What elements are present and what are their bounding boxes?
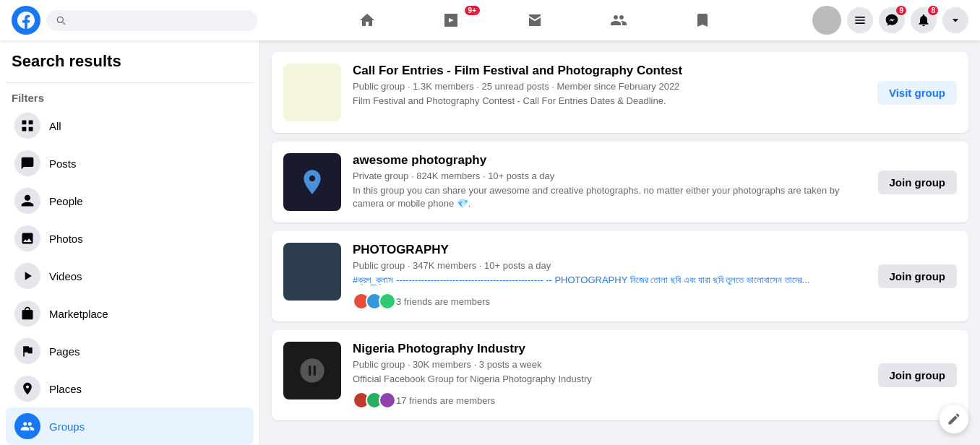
result-card-awesome: awesome photography Private group · 824K…: [272, 142, 968, 222]
dropdown-button[interactable]: [942, 7, 968, 33]
result-info-photography: PHOTOGRAPHY Public group · 347K members …: [353, 243, 867, 310]
comment-icon: [14, 150, 40, 176]
header-nav: 9+: [263, 3, 807, 38]
result-info-nigeria: Nigeria Photography Industry Public grou…: [353, 342, 867, 409]
friend-avatars: [353, 293, 392, 310]
result-meta-photography: Public group · 347K members · 10+ posts …: [353, 260, 867, 271]
messenger-button[interactable]: 9: [879, 7, 905, 33]
edit-fab-button[interactable]: [940, 405, 968, 433]
main-content: Search results Filters All Posts People: [0, 40, 980, 445]
image-icon: [14, 225, 40, 251]
sidebar-item-photos-label: Photos: [49, 233, 83, 245]
edit-icon: [947, 412, 961, 426]
result-meta-awesome: Private group · 824K members · 10+ posts…: [353, 170, 867, 181]
sidebar-item-people-label: People: [49, 195, 83, 207]
messenger-badge: 9: [896, 6, 906, 15]
result-desc-film: Film Festival and Photography Contest - …: [353, 95, 866, 108]
result-card-nigeria: Nigeria Photography Industry Public grou…: [272, 330, 968, 420]
nav-bookmark[interactable]: [662, 3, 743, 38]
result-action-photography: Join group: [878, 264, 958, 288]
sidebar-item-pages-label: Pages: [49, 345, 80, 358]
page-title: Search results: [6, 52, 254, 77]
pin-icon: [14, 376, 40, 402]
grid-menu-button[interactable]: [847, 7, 873, 33]
friend-avatar-3: [379, 293, 396, 310]
search-icon: [55, 14, 66, 26]
friends-count-nigeria: 17 friends are members: [396, 395, 495, 406]
result-friends-photography: 3 friends are members: [353, 293, 867, 310]
header-left: Photography: [12, 6, 257, 35]
result-meta-film: Public group · 1.3K members · 25 unread …: [353, 81, 866, 92]
result-desc-photography: #ক্রপ_ক্লাস ----------------------------…: [353, 274, 867, 287]
result-card-photography: PHOTOGRAPHY Public group · 347K members …: [272, 231, 968, 321]
result-thumbnail-photography: [283, 243, 341, 301]
sidebar-item-groups[interactable]: Groups: [6, 407, 254, 445]
sidebar-item-photos[interactable]: Photos: [6, 220, 254, 257]
sidebar-item-all[interactable]: All: [6, 107, 254, 144]
result-card-film-festival: Call For Entries - Film Festival and Pho…: [272, 52, 968, 133]
friend-avatars-nigeria: [353, 392, 392, 409]
sidebar-item-pages[interactable]: Pages: [6, 332, 254, 370]
sidebar-item-groups-label: Groups: [49, 420, 85, 433]
result-name-film: Call For Entries - Film Festival and Pho…: [353, 64, 866, 78]
sidebar-item-videos[interactable]: Videos: [6, 257, 254, 295]
result-friends-nigeria: 17 friends are members: [353, 392, 867, 409]
result-name-awesome: awesome photography: [353, 153, 867, 168]
result-thumbnail-film: [283, 64, 341, 121]
sidebar-item-places-label: Places: [49, 383, 82, 395]
result-thumbnail-nigeria: [283, 342, 341, 399]
join-group-button-photography[interactable]: Join group: [878, 264, 958, 288]
flag-icon: [14, 338, 40, 364]
grid-icon: [14, 113, 40, 139]
join-group-button-nigeria[interactable]: Join group: [878, 363, 958, 387]
notifications-button[interactable]: 8: [911, 7, 937, 33]
sidebar-item-videos-label: Videos: [49, 270, 82, 282]
nav-home[interactable]: [327, 3, 408, 38]
header: Photography 9+ 9: [0, 0, 980, 40]
profile-avatar[interactable]: [812, 6, 841, 35]
result-desc-awesome: In this group you can share your awesome…: [353, 184, 867, 210]
shop-icon: [14, 301, 40, 327]
result-info-awesome: awesome photography Private group · 824K…: [353, 153, 867, 210]
friends-count-photography: 3 friends are members: [396, 296, 490, 307]
result-desc-nigeria: Official Facebook Group for Nigeria Phot…: [353, 373, 867, 386]
results-area: Call For Entries - Film Festival and Pho…: [260, 40, 980, 445]
result-name-nigeria: Nigeria Photography Industry: [353, 342, 867, 356]
notifications-badge: 8: [928, 6, 938, 15]
result-action-film: Visit group: [877, 81, 957, 105]
result-action-nigeria: Join group: [878, 363, 958, 387]
result-meta-nigeria: Public group · 30K members · 3 posts a w…: [353, 359, 867, 370]
video-badge: 9+: [465, 6, 480, 15]
visit-group-button-film[interactable]: Visit group: [877, 81, 957, 105]
join-group-button-awesome[interactable]: Join group: [878, 170, 958, 194]
nav-friends[interactable]: [578, 3, 659, 38]
result-info-film: Call For Entries - Film Festival and Pho…: [353, 64, 866, 108]
sidebar-divider: [6, 82, 254, 83]
person-icon: [14, 188, 40, 214]
sidebar-item-posts[interactable]: Posts: [6, 144, 254, 182]
sidebar-item-all-label: All: [49, 120, 61, 132]
sidebar-item-places[interactable]: Places: [6, 370, 254, 407]
sidebar-item-marketplace[interactable]: Marketplace: [6, 295, 254, 332]
play-icon: [14, 263, 40, 289]
nav-video[interactable]: 9+: [411, 3, 491, 38]
sidebar-item-posts-label: Posts: [49, 157, 77, 170]
search-box[interactable]: Photography: [46, 10, 257, 31]
result-name-photography: PHOTOGRAPHY: [353, 243, 867, 257]
facebook-logo[interactable]: [12, 6, 40, 35]
search-input[interactable]: Photography: [72, 14, 217, 27]
header-right: 9 8: [812, 6, 968, 35]
sidebar-item-people[interactable]: People: [6, 182, 254, 220]
sidebar: Search results Filters All Posts People: [0, 40, 260, 445]
result-thumbnail-awesome: [283, 153, 341, 211]
result-action-awesome: Join group: [878, 170, 958, 194]
friend-avatar-n3: [379, 392, 396, 409]
nav-store[interactable]: [494, 3, 575, 38]
sidebar-item-marketplace-label: Marketplace: [49, 308, 108, 320]
group-icon: [14, 413, 40, 439]
filters-label: Filters: [6, 89, 254, 107]
